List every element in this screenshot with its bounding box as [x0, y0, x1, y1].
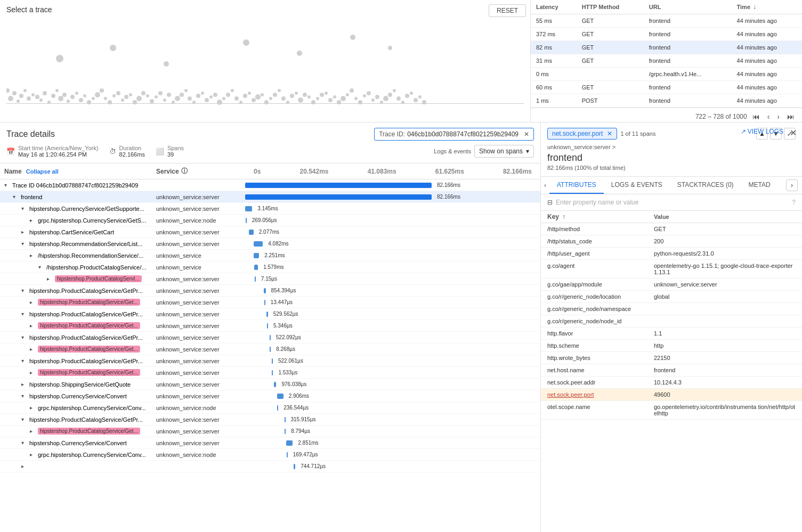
scatter-dot — [164, 61, 169, 67]
expand-icon[interactable]: ▸ — [30, 370, 36, 375]
tab-attributes[interactable]: ATTRIBUTES — [549, 177, 604, 194]
expand-icon[interactable]: ▸ — [30, 405, 36, 411]
span-row[interactable]: ▾hipstershop.ProductCatalogService/GetPr… — [0, 355, 540, 367]
attr-help-icon[interactable]: ? — [792, 199, 796, 206]
tab-logs-events[interactable]: LOGS & EVENTS — [604, 177, 670, 194]
close-panel-button[interactable]: ✕ — [790, 128, 797, 138]
span-row[interactable]: ▸hipstershop.ShippingService/GetQuoteunk… — [0, 379, 540, 390]
span-row[interactable]: ▸744.712µs — [0, 461, 540, 472]
tab-nav-right[interactable]: › — [786, 179, 798, 191]
collapse-icon[interactable]: ▾ — [21, 334, 28, 340]
scatter-dot — [67, 100, 70, 103]
span-timeline-bar — [266, 312, 268, 317]
trace-table-row[interactable]: 31 msGETfrontend44 minutes ago — [531, 54, 802, 68]
next-page-button[interactable]: › — [775, 111, 782, 122]
scatter-dot — [354, 97, 358, 100]
span-timeline-cell: 236.544µs — [245, 403, 540, 413]
span-row[interactable]: ▾Trace ID 046cb1b0d07888747cf8021259b294… — [0, 179, 540, 191]
collapse-icon[interactable]: ▾ — [21, 241, 28, 247]
expand-icon[interactable]: ▸ — [30, 323, 36, 329]
span-filter-chip[interactable]: net.sock.peer.port ✕ — [547, 128, 617, 140]
show-on-spans-dropdown[interactable]: Show on spans ▾ — [474, 145, 534, 158]
prev-page-button[interactable]: ‹ — [765, 111, 772, 122]
span-row[interactable]: ▾hipstershop.CurrencyService/GetSupporte… — [0, 203, 540, 215]
span-row[interactable]: ▾frontendunknown_service:server82.166ms — [0, 191, 540, 203]
span-timeline-cell: 8.794µs — [245, 426, 540, 437]
collapse-icon[interactable]: ▾ — [21, 358, 28, 364]
span-row[interactable]: ▾hipstershop.RecommendationService/List.… — [0, 238, 540, 250]
scatter-dot — [388, 46, 392, 50]
collapse-icon[interactable]: ▾ — [21, 311, 28, 317]
span-row[interactable]: ▸hipstershop.ProductCatalogService/Get..… — [0, 297, 540, 308]
span-row[interactable]: ▸hipstershop.ProductCatalogService/Get..… — [0, 367, 540, 379]
attr-filter-input[interactable] — [556, 199, 789, 206]
span-name-cell: ▾hipstershop.CurrencyService/GetSupporte… — [0, 204, 152, 213]
dropdown-arrow-icon: ▾ — [526, 148, 529, 155]
expand-icon[interactable]: ▸ — [30, 428, 36, 434]
span-row[interactable]: ▾hipstershop.ProductCatalogService/GetPr… — [0, 414, 540, 425]
collapse-icon[interactable]: ▾ — [21, 288, 28, 293]
span-row[interactable]: ▾hipstershop.CurrencyService/Convertunkn… — [0, 437, 540, 449]
scatter-dot — [316, 97, 319, 100]
reset-button[interactable]: RESET — [489, 4, 526, 17]
col-time[interactable]: Time ↓ — [732, 0, 802, 14]
collapse-all-btn[interactable]: Collapse all — [26, 168, 59, 175]
span-row[interactable]: ▸grpc.hipstershop.CurrencyService/Conv..… — [0, 402, 540, 414]
trace-table-row[interactable]: 60 msGETfrontend44 minutes ago — [531, 81, 802, 94]
span-row[interactable]: ▾hipstershop.CurrencyService/Convertunkn… — [0, 390, 540, 402]
tab-stacktraces[interactable]: STACKTRACES (0) — [670, 177, 741, 194]
trace-table-row[interactable]: 0 ms/grpc.health.v1.He...44 minutes ago — [531, 68, 802, 81]
collapse-icon[interactable]: ▾ — [21, 416, 28, 422]
span-name-cell: ▸grpc.hipstershop.CurrencyService/Conv..… — [0, 404, 152, 412]
span-row[interactable]: ▸hipstershop.ProductCatalogService/Get..… — [0, 343, 540, 355]
scatter-dot — [27, 96, 31, 101]
span-row[interactable]: ▾/hipstershop.ProductCatalogService/...u… — [0, 261, 540, 273]
view-logs-link[interactable]: ↗ VIEW LOGS — [741, 128, 783, 135]
expand-icon[interactable]: ▸ — [21, 229, 28, 235]
span-row[interactable]: ▸hipstershop.ProductCatalogServl...unkno… — [0, 273, 540, 285]
expand-icon[interactable]: ▸ — [30, 252, 36, 258]
span-row[interactable]: ▾hipstershop.ProductCatalogService/GetPr… — [0, 332, 540, 343]
prev-tab-button[interactable]: ‹ — [541, 177, 549, 194]
span-row[interactable]: ▸hipstershop.CartService/GetCartunknown_… — [0, 226, 540, 238]
collapse-icon[interactable]: ▾ — [4, 182, 11, 188]
expand-icon[interactable]: ▸ — [30, 299, 36, 305]
first-page-button[interactable]: ⏮ — [750, 111, 762, 122]
trace-table-row[interactable]: 372 msGETfrontend44 minutes ago — [531, 28, 802, 41]
trace-id-input[interactable]: Trace ID: 046cb1b0d07888747cf8021259b294… — [374, 128, 534, 141]
collapse-icon[interactable]: ▾ — [38, 264, 45, 270]
trace-table-row[interactable]: 55 msGETfrontend44 minutes ago — [531, 14, 802, 28]
collapse-icon[interactable]: ▾ — [21, 440, 28, 446]
filter-chip-close-icon[interactable]: ✕ — [607, 130, 612, 137]
span-row[interactable]: ▸grpc.hipstershop.CurrencyService/Conv..… — [0, 449, 540, 461]
span-row[interactable]: ▸grpc.hipstershop.CurrencyService/GetS..… — [0, 215, 540, 226]
span-row[interactable]: ▾hipstershop.ProductCatalogService/GetPr… — [0, 308, 540, 320]
collapse-icon[interactable]: ▾ — [21, 206, 28, 211]
expand-icon[interactable]: ▸ — [30, 346, 36, 352]
span-row[interactable]: ▾hipstershop.ProductCatalogService/GetPr… — [0, 285, 540, 297]
span-row[interactable]: ▸hipstershop.ProductCatalogService/Get..… — [0, 425, 540, 437]
span-row[interactable]: ▸hipstershop.ProductCatalogService/Get..… — [0, 320, 540, 332]
span-service-cell: unknown_service:server — [152, 333, 245, 342]
collapse-icon[interactable]: ▾ — [21, 393, 28, 399]
trace-table-row[interactable]: 1 msPOSTfrontend44 minutes ago — [531, 94, 802, 108]
attr-key-col-header[interactable]: Key ↑ — [541, 211, 647, 223]
expand-icon[interactable]: ▸ — [21, 381, 28, 387]
expand-icon[interactable]: ▸ — [21, 463, 28, 469]
span-timeline-bar — [277, 405, 278, 411]
attr-row: /http/user_agentpython-requests/2.31.0 — [541, 248, 802, 260]
scatter-dot — [141, 91, 145, 95]
clear-trace-id-icon[interactable]: ✕ — [524, 130, 529, 138]
trace-table-row[interactable]: 82 msGETfrontend44 minutes ago — [531, 41, 802, 54]
last-page-button[interactable]: ⏭ — [785, 111, 797, 122]
collapse-icon[interactable]: ▾ — [13, 194, 19, 200]
expand-icon[interactable]: ▸ — [30, 217, 36, 223]
span-service-cell: unknown_service — [152, 251, 245, 260]
span-row[interactable]: ▸/hipstershop.RecommendationService/...u… — [0, 250, 540, 261]
tab-meta[interactable]: METAD — [741, 177, 778, 194]
service-help-icon[interactable]: ⓘ — [181, 167, 188, 176]
expand-icon[interactable]: ▸ — [47, 276, 53, 282]
span-duration-label: 315.915µs — [291, 416, 316, 422]
scatter-dot — [290, 94, 294, 98]
expand-icon[interactable]: ▸ — [30, 452, 36, 457]
